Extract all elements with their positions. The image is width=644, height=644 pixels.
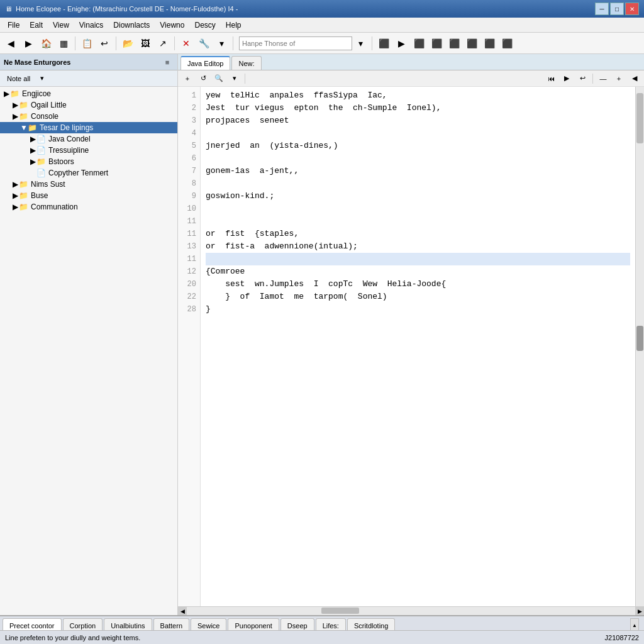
menu-item-help[interactable]: Help: [221, 19, 247, 31]
line-number: 12: [178, 265, 200, 278]
search-input[interactable]: [239, 36, 352, 50]
close-button[interactable]: ✕: [625, 3, 639, 15]
line-number: 6: [178, 152, 200, 165]
status-code: J21087722: [605, 634, 639, 641]
horizontal-scrollbar[interactable]: ◀ ▶: [178, 606, 644, 615]
minimize-button[interactable]: ─: [595, 3, 609, 15]
editor-area: Java EditopNew: + ↺ 🔍 ▾ ⏮ ▶ ↩ — + ◀ 1234…: [178, 54, 644, 615]
code-line: } of Iamot me tarpom( Sonel): [206, 291, 630, 303]
tree-item-bstoors[interactable]: ▶📁Bstoors: [0, 156, 177, 167]
more-button[interactable]: ⬛: [446, 35, 462, 52]
line-number: 2: [178, 102, 200, 114]
clipboard-button[interactable]: 📋: [79, 35, 95, 52]
tree-item-console[interactable]: ▶📁Console: [0, 111, 177, 122]
toolbar-sep-5: [372, 36, 372, 50]
first-button[interactable]: ⏮: [544, 72, 558, 85]
tree-arrow-ogail-little[interactable]: ▶: [11, 101, 19, 109]
sidebar-options-button[interactable]: ≡: [161, 56, 174, 69]
tree-item-communation[interactable]: ▶📁Communation: [0, 201, 177, 213]
grid-button[interactable]: ▦: [55, 35, 72, 52]
link-button[interactable]: ↗: [155, 35, 171, 52]
tree-item-copyther-tenmert[interactable]: 📄Copyther Tenmert: [0, 167, 177, 179]
editor-tab-java-editop[interactable]: Java Editop: [180, 56, 230, 70]
code-line: sest wn.Jumples I copTc Wew Helia-Joode{: [206, 278, 630, 291]
line-number: 11: [178, 228, 200, 240]
editor-tab-new-[interactable]: New:: [231, 56, 261, 70]
menu-item-view[interactable]: View: [48, 19, 74, 31]
scroll-thumb[interactable]: [636, 326, 643, 351]
forward-button[interactable]: ▶: [20, 35, 36, 52]
tree-arrow-bstoors[interactable]: ▶: [29, 157, 36, 166]
tree-item-tressuipline[interactable]: ▶📄Tressuipline: [0, 145, 177, 156]
bookmark-button[interactable]: ⬛: [428, 35, 445, 52]
tree-arrow-console[interactable]: ▶: [11, 112, 19, 121]
tree-label-copyther-tenmert: Copyther Tenmert: [48, 169, 108, 177]
menu-item-vinaics[interactable]: Vinaics: [74, 19, 108, 31]
tree-label-engjicoe: Engjicoe: [22, 89, 51, 98]
undo-button[interactable]: ↩: [96, 35, 113, 52]
tree-arrow-buse[interactable]: ▶: [11, 191, 19, 200]
tree-label-tesar-de-lipings: Tesar De lipings: [40, 123, 93, 132]
tree-item-java-condel[interactable]: ▶📄Java Condel: [0, 133, 177, 145]
tree-arrow-tesar-de-lipings[interactable]: ▼: [20, 123, 28, 132]
tree-label-ogail-little: Ogail Little: [31, 101, 67, 109]
extra2-button[interactable]: ⬛: [481, 35, 497, 52]
refresh-button[interactable]: ↺: [196, 72, 210, 85]
maximize-button[interactable]: □: [610, 3, 624, 15]
settings-button[interactable]: 🔧: [196, 35, 212, 52]
note-dropdown[interactable]: ▾: [36, 72, 48, 85]
open-folder-button[interactable]: 📂: [119, 35, 136, 52]
tree-item-ogail-little[interactable]: ▶📁Ogail Little: [0, 99, 177, 111]
play-button[interactable]: ▶: [560, 72, 574, 85]
tree-item-buse[interactable]: ▶📁Buse: [0, 190, 177, 201]
home-button[interactable]: 🏠: [38, 35, 54, 52]
tree-item-engjicoe[interactable]: ▶📁Engjicoe: [0, 88, 177, 99]
scroll-left-button[interactable]: ◀: [178, 607, 187, 616]
main-area: Ne Mase Enturgores ≡ Note all ▾ ▶📁Engjic…: [0, 54, 644, 615]
menu-item-file[interactable]: File: [3, 19, 25, 31]
dropdown-button[interactable]: ▾: [213, 35, 230, 52]
back-button[interactable]: ◀: [3, 35, 19, 52]
plus-button[interactable]: +: [612, 72, 626, 85]
menu-item-descy[interactable]: Descy: [189, 19, 220, 31]
tree-arrow-communation[interactable]: ▶: [11, 203, 19, 211]
run-button[interactable]: ▶: [393, 35, 409, 52]
extra3-button[interactable]: ⬛: [499, 35, 515, 52]
screenshot-button[interactable]: 🖼: [137, 35, 153, 52]
menu-item-viewno[interactable]: Viewno: [155, 19, 189, 31]
code-line: projpaces seneet: [206, 114, 630, 127]
line-number: 22: [178, 291, 200, 303]
minus-button[interactable]: —: [596, 72, 610, 85]
tree-arrow-engjicoe[interactable]: ▶: [3, 89, 10, 98]
menu-item-ealt[interactable]: Ealt: [25, 19, 48, 31]
line-number: 11: [178, 253, 200, 265]
note-all-button[interactable]: Note all: [3, 72, 35, 85]
tree-arrow-tressuipline[interactable]: ▶: [29, 146, 36, 155]
tree-arrow-nims-sust[interactable]: ▶: [11, 180, 19, 189]
vertical-scrollbar[interactable]: Joess o Finnd: [635, 87, 644, 606]
tree-item-nims-sust[interactable]: ▶📁Nims Sust: [0, 179, 177, 190]
ed-dropdown[interactable]: ▾: [228, 72, 242, 85]
toolbar: ◀ ▶ 🏠 ▦ 📋 ↩ 📂 🖼 ↗ ✕ 🔧 ▾ ▾ ⬛ ▶ ⬛ ⬛ ⬛ ⬛ ⬛ …: [0, 33, 644, 54]
cancel-button[interactable]: ✕: [178, 35, 194, 52]
find-button[interactable]: 🔍: [212, 72, 226, 85]
code-content[interactable]: yew telHic anpales ffasSiypa Iac,Jest tu…: [201, 87, 635, 606]
tree-label-tressuipline: Tressuipline: [48, 146, 89, 155]
status-right: J21087722: [605, 634, 639, 641]
tree-arrow-java-condel[interactable]: ▶: [29, 135, 36, 143]
scroll-right-button[interactable]: ▶: [635, 607, 644, 616]
ed-undo-button[interactable]: ↩: [575, 72, 589, 85]
search-dropdown-button[interactable]: ▾: [352, 35, 369, 52]
add-button[interactable]: +: [180, 72, 194, 85]
line-number: 10: [178, 203, 200, 215]
tree-icon-communation: 📁: [19, 203, 28, 211]
extra1-button[interactable]: ⬛: [464, 35, 480, 52]
nav-back-button[interactable]: ◀: [628, 72, 641, 85]
menu-item-diownlacts[interactable]: Diownlacts: [108, 19, 155, 31]
h-scroll-thumb[interactable]: [321, 608, 359, 614]
tree-item-tesar-de-lipings[interactable]: ▼📁Tesar De lipings: [0, 122, 177, 133]
title-bar: 🖥 Home Eclopee - Enighe: (Mtsrachiru Cor…: [0, 0, 644, 18]
tree-icon-java-condel: 📄: [36, 135, 46, 143]
profile-button[interactable]: ⬛: [411, 35, 427, 52]
debug-button[interactable]: ⬛: [375, 35, 392, 52]
